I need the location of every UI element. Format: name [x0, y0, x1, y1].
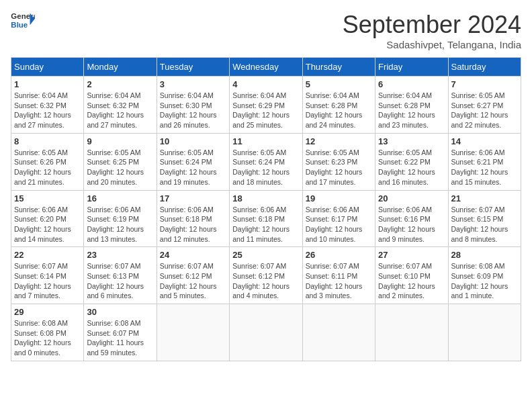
day-number: 29: [14, 307, 81, 317]
month-title: September 2024: [343, 11, 521, 39]
day-number: 5: [306, 79, 372, 89]
table-row: 28 Sunrise: 6:08 AM Sunset: 6:09 PM Dayl…: [448, 247, 521, 304]
day-number: 1: [14, 79, 81, 89]
day-info: Sunrise: 6:04 AM Sunset: 6:29 PM Dayligh…: [232, 91, 299, 130]
calendar-week-row: 8 Sunrise: 6:05 AM Sunset: 6:26 PM Dayli…: [11, 133, 521, 190]
table-row: 16 Sunrise: 6:06 AM Sunset: 6:19 PM Dayl…: [84, 190, 157, 247]
table-row: [448, 304, 521, 361]
table-row: 5 Sunrise: 6:04 AM Sunset: 6:28 PM Dayli…: [302, 77, 375, 134]
table-row: 9 Sunrise: 6:05 AM Sunset: 6:25 PM Dayli…: [84, 133, 157, 190]
header-wednesday: Wednesday: [230, 58, 302, 77]
logo-icon: General Blue: [11, 11, 35, 31]
day-number: 16: [87, 193, 153, 203]
day-info: Sunrise: 6:04 AM Sunset: 6:32 PM Dayligh…: [14, 91, 81, 130]
day-info: Sunrise: 6:04 AM Sunset: 6:32 PM Dayligh…: [87, 91, 153, 130]
day-info: Sunrise: 6:05 AM Sunset: 6:23 PM Dayligh…: [306, 148, 372, 187]
day-info: Sunrise: 6:06 AM Sunset: 6:16 PM Dayligh…: [378, 205, 445, 244]
table-row: 12 Sunrise: 6:05 AM Sunset: 6:23 PM Dayl…: [302, 133, 375, 190]
table-row: 22 Sunrise: 6:07 AM Sunset: 6:14 PM Dayl…: [11, 247, 84, 304]
table-row: 4 Sunrise: 6:04 AM Sunset: 6:29 PM Dayli…: [230, 77, 302, 134]
header-thursday: Thursday: [302, 58, 375, 77]
day-number: 14: [451, 136, 518, 146]
table-row: 14 Sunrise: 6:06 AM Sunset: 6:21 PM Dayl…: [448, 133, 521, 190]
table-row: 7 Sunrise: 6:05 AM Sunset: 6:27 PM Dayli…: [448, 77, 521, 134]
day-info: Sunrise: 6:04 AM Sunset: 6:28 PM Dayligh…: [378, 91, 445, 130]
table-row: 6 Sunrise: 6:04 AM Sunset: 6:28 PM Dayli…: [375, 77, 448, 134]
table-row: 27 Sunrise: 6:07 AM Sunset: 6:10 PM Dayl…: [375, 247, 448, 304]
day-number: 13: [378, 136, 445, 146]
table-row: 23 Sunrise: 6:07 AM Sunset: 6:13 PM Dayl…: [84, 247, 157, 304]
table-row: 15 Sunrise: 6:06 AM Sunset: 6:20 PM Dayl…: [11, 190, 84, 247]
day-info: Sunrise: 6:05 AM Sunset: 6:26 PM Dayligh…: [14, 148, 81, 187]
day-number: 12: [306, 136, 372, 146]
day-number: 25: [232, 250, 299, 260]
table-row: 10 Sunrise: 6:05 AM Sunset: 6:24 PM Dayl…: [157, 133, 229, 190]
table-row: 17 Sunrise: 6:06 AM Sunset: 6:18 PM Dayl…: [157, 190, 229, 247]
header-sunday: Sunday: [11, 58, 84, 77]
day-info: Sunrise: 6:06 AM Sunset: 6:20 PM Dayligh…: [14, 205, 81, 244]
day-info: Sunrise: 6:08 AM Sunset: 6:09 PM Dayligh…: [451, 261, 518, 301]
table-row: [230, 304, 302, 361]
day-info: Sunrise: 6:07 AM Sunset: 6:10 PM Dayligh…: [378, 261, 445, 301]
day-number: 3: [160, 79, 226, 89]
day-info: Sunrise: 6:07 AM Sunset: 6:14 PM Dayligh…: [14, 261, 81, 301]
table-row: 25 Sunrise: 6:07 AM Sunset: 6:12 PM Dayl…: [230, 247, 302, 304]
table-row: 3 Sunrise: 6:04 AM Sunset: 6:30 PM Dayli…: [157, 77, 229, 134]
table-row: 24 Sunrise: 6:07 AM Sunset: 6:12 PM Dayl…: [157, 247, 229, 304]
calendar-header-row: Sunday Monday Tuesday Wednesday Thursday…: [11, 58, 521, 77]
day-number: 23: [87, 250, 153, 260]
day-info: Sunrise: 6:06 AM Sunset: 6:18 PM Dayligh…: [160, 205, 226, 244]
day-info: Sunrise: 6:04 AM Sunset: 6:28 PM Dayligh…: [306, 91, 372, 130]
day-info: Sunrise: 6:07 AM Sunset: 6:12 PM Dayligh…: [160, 261, 226, 301]
day-number: 27: [378, 250, 445, 260]
table-row: [302, 304, 375, 361]
calendar-week-row: 22 Sunrise: 6:07 AM Sunset: 6:14 PM Dayl…: [11, 247, 521, 304]
header-monday: Monday: [84, 58, 157, 77]
header-tuesday: Tuesday: [157, 58, 229, 77]
day-info: Sunrise: 6:06 AM Sunset: 6:17 PM Dayligh…: [306, 205, 372, 244]
day-number: 4: [232, 79, 299, 89]
title-section: September 2024 Sadashivpet, Telangana, I…: [343, 11, 521, 50]
table-row: 8 Sunrise: 6:05 AM Sunset: 6:26 PM Dayli…: [11, 133, 84, 190]
calendar-week-row: 15 Sunrise: 6:06 AM Sunset: 6:20 PM Dayl…: [11, 190, 521, 247]
table-row: [375, 304, 448, 361]
day-number: 24: [160, 250, 226, 260]
day-info: Sunrise: 6:07 AM Sunset: 6:12 PM Dayligh…: [232, 261, 299, 301]
day-number: 11: [232, 136, 299, 146]
table-row: 26 Sunrise: 6:07 AM Sunset: 6:11 PM Dayl…: [302, 247, 375, 304]
day-info: Sunrise: 6:04 AM Sunset: 6:30 PM Dayligh…: [160, 91, 226, 130]
day-number: 28: [451, 250, 518, 260]
day-number: 15: [14, 193, 81, 203]
day-info: Sunrise: 6:06 AM Sunset: 6:21 PM Dayligh…: [451, 148, 518, 187]
day-number: 6: [378, 79, 445, 89]
day-number: 18: [232, 193, 299, 203]
table-row: 13 Sunrise: 6:05 AM Sunset: 6:22 PM Dayl…: [375, 133, 448, 190]
calendar-week-row: 29 Sunrise: 6:08 AM Sunset: 6:08 PM Dayl…: [11, 304, 521, 361]
calendar-table: Sunday Monday Tuesday Wednesday Thursday…: [11, 57, 521, 361]
day-info: Sunrise: 6:05 AM Sunset: 6:22 PM Dayligh…: [378, 148, 445, 187]
calendar-week-row: 1 Sunrise: 6:04 AM Sunset: 6:32 PM Dayli…: [11, 77, 521, 134]
table-row: [157, 304, 229, 361]
day-info: Sunrise: 6:07 AM Sunset: 6:15 PM Dayligh…: [451, 205, 518, 244]
svg-text:Blue: Blue: [11, 21, 28, 29]
table-row: 29 Sunrise: 6:08 AM Sunset: 6:08 PM Dayl…: [11, 304, 84, 361]
day-info: Sunrise: 6:07 AM Sunset: 6:11 PM Dayligh…: [306, 261, 372, 301]
day-number: 2: [87, 79, 153, 89]
table-row: 11 Sunrise: 6:05 AM Sunset: 6:24 PM Dayl…: [230, 133, 302, 190]
day-info: Sunrise: 6:06 AM Sunset: 6:18 PM Dayligh…: [232, 205, 299, 244]
day-info: Sunrise: 6:05 AM Sunset: 6:24 PM Dayligh…: [160, 148, 226, 187]
subtitle: Sadashivpet, Telangana, India: [343, 39, 521, 50]
logo: General Blue: [11, 11, 35, 31]
table-row: 19 Sunrise: 6:06 AM Sunset: 6:17 PM Dayl…: [302, 190, 375, 247]
day-info: Sunrise: 6:05 AM Sunset: 6:27 PM Dayligh…: [451, 91, 518, 130]
day-info: Sunrise: 6:08 AM Sunset: 6:07 PM Dayligh…: [87, 318, 153, 358]
header-saturday: Saturday: [448, 58, 521, 77]
day-number: 22: [14, 250, 81, 260]
day-info: Sunrise: 6:07 AM Sunset: 6:13 PM Dayligh…: [87, 261, 153, 301]
day-number: 20: [378, 193, 445, 203]
day-number: 19: [306, 193, 372, 203]
day-info: Sunrise: 6:06 AM Sunset: 6:19 PM Dayligh…: [87, 205, 153, 244]
day-number: 8: [14, 136, 81, 146]
day-number: 21: [451, 193, 518, 203]
day-number: 26: [306, 250, 372, 260]
